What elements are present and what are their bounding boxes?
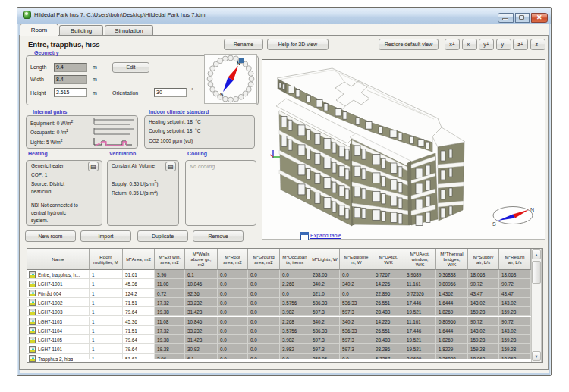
svg-text:S: S [492,221,496,227]
svg-text:S: S [220,92,224,97]
svg-text:N: N [530,207,534,212]
